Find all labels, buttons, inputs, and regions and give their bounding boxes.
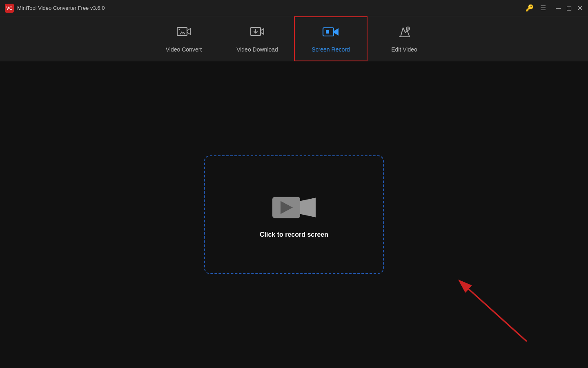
tab-edit-video[interactable]: Edit Video — [368, 16, 441, 61]
screen-record-icon — [322, 25, 339, 42]
minimize-button[interactable]: ─ — [556, 4, 561, 12]
key-icon[interactable]: 🔑 — [526, 4, 534, 12]
record-cta-text: Click to record screen — [260, 231, 328, 238]
window-controls: ─ □ ✕ — [556, 4, 583, 12]
title-bar-right: 🔑 ☰ ─ □ ✕ — [526, 4, 583, 12]
svg-point-1 — [179, 29, 180, 30]
video-convert-icon — [176, 25, 192, 42]
tab-edit-video-label: Edit Video — [391, 46, 417, 53]
app-title: MiniTool Video Converter Free v3.6.0 — [17, 5, 105, 11]
tab-screen-record-label: Screen Record — [312, 46, 350, 53]
svg-rect-0 — [177, 27, 187, 36]
main-content: Click to record screen — [0, 61, 588, 368]
video-download-icon — [249, 25, 265, 42]
arrow-annotation — [441, 264, 531, 346]
svg-line-10 — [466, 286, 527, 341]
svg-marker-8 — [300, 198, 316, 218]
menu-icon[interactable]: ☰ — [540, 4, 546, 12]
tab-video-download[interactable]: Video Download — [220, 16, 294, 61]
camera-icon — [272, 191, 316, 224]
app-logo: VC — [5, 4, 14, 13]
title-bar-left: VC MiniTool Video Converter Free v3.6.0 — [5, 4, 105, 13]
title-bar: VC MiniTool Video Converter Free v3.6.0 … — [0, 0, 588, 16]
tab-video-download-label: Video Download — [236, 46, 278, 53]
maximize-button[interactable]: □ — [567, 4, 571, 12]
svg-rect-4 — [326, 30, 329, 34]
nav-bar: Video Convert Video Download Screen Reco… — [0, 16, 588, 61]
tab-video-convert-label: Video Convert — [166, 46, 202, 53]
record-area[interactable]: Click to record screen — [204, 155, 384, 274]
tab-video-convert[interactable]: Video Convert — [147, 16, 220, 61]
close-button[interactable]: ✕ — [577, 4, 583, 12]
tab-screen-record[interactable]: Screen Record — [294, 16, 368, 61]
edit-video-icon — [396, 25, 412, 42]
camera-icon-wrapper — [272, 191, 316, 224]
